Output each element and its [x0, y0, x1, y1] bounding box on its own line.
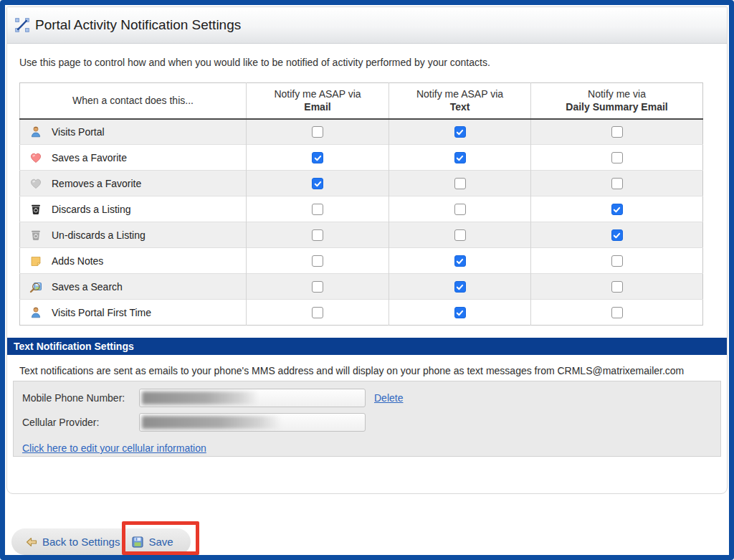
text-checkbox[interactable] [454, 126, 466, 138]
column-header-daily-line2: Daily Summary Email [531, 101, 702, 113]
table-header-row: When a contact does this... Notify me AS… [20, 83, 703, 119]
checkbox-cell [389, 274, 531, 300]
text-notification-description: Text notifications are sent as emails to… [19, 364, 715, 378]
activity-icon [15, 18, 29, 32]
text-checkbox[interactable] [454, 281, 466, 293]
column-header-email-line1: Notify me ASAP via [247, 88, 389, 100]
table-row: Removes a Favorite [20, 171, 703, 196]
daily-summary-checkbox[interactable] [611, 307, 623, 318]
text-checkbox[interactable] [454, 152, 466, 163]
person-icon [29, 306, 42, 319]
daily-summary-checkbox[interactable] [611, 255, 623, 267]
checkbox-cell [531, 119, 703, 145]
table-row: Saves a Search [20, 274, 703, 300]
page-container: Portal Activity Notification Settings Us… [6, 6, 728, 494]
save-label: Save [148, 536, 173, 548]
checkbox-cell [247, 196, 389, 222]
column-header-text-line1: Notify me ASAP via [389, 88, 530, 100]
email-checkbox[interactable] [312, 229, 323, 241]
page-content: Use this page to control how and when yo… [7, 57, 727, 457]
back-to-settings-label: Back to Settings [42, 536, 120, 548]
daily-summary-checkbox[interactable] [611, 126, 623, 138]
action-cell: Un-discards a Listing [20, 222, 247, 248]
email-checkbox[interactable] [312, 178, 323, 189]
daily-summary-checkbox[interactable] [611, 152, 623, 163]
text-checkbox[interactable] [454, 307, 466, 318]
footer-button-group: Back to Settings Save [11, 528, 191, 555]
daily-summary-checkbox[interactable] [611, 281, 623, 293]
table-row: Un-discards a Listing [20, 222, 703, 248]
heart-red-icon [29, 151, 42, 164]
person-icon [29, 125, 42, 138]
save-icon [131, 536, 144, 549]
cellular-provider-input[interactable] [139, 413, 366, 432]
text-checkbox[interactable] [454, 229, 466, 241]
save-button[interactable]: Save [131, 536, 173, 549]
column-header-action: When a contact does this... [20, 83, 247, 119]
checkbox-cell [389, 248, 531, 274]
checkbox-cell [247, 171, 389, 196]
checkbox-cell [389, 196, 531, 222]
column-header-email: Notify me ASAP via Email [247, 83, 389, 119]
column-header-email-line2: Email [247, 101, 389, 113]
window: Portal Activity Notification Settings Us… [0, 0, 734, 560]
delete-link[interactable]: Delete [374, 392, 403, 404]
email-checkbox[interactable] [312, 281, 323, 293]
action-cell: Discards a Listing [20, 196, 247, 222]
email-checkbox[interactable] [312, 255, 323, 267]
column-header-action-label: When a contact does this... [20, 95, 246, 106]
checkbox-cell [531, 300, 703, 326]
action-cell: Visits Portal First Time [20, 300, 247, 326]
table-row: Adds Notes [20, 248, 703, 274]
notification-table: When a contact does this... Notify me AS… [19, 82, 703, 326]
daily-summary-checkbox[interactable] [611, 229, 623, 241]
email-checkbox[interactable] [312, 307, 323, 318]
row-label: Un-discards a Listing [52, 229, 146, 241]
table-row: Discards a Listing [20, 196, 703, 222]
table-row: Visits Portal [20, 119, 703, 145]
email-checkbox[interactable] [312, 152, 323, 163]
trash-black-icon [29, 203, 42, 216]
action-cell: Removes a Favorite [20, 171, 247, 196]
checkbox-cell [389, 222, 531, 248]
row-label: Adds Notes [52, 255, 103, 267]
cellular-provider-row: Cellular Provider: [22, 413, 720, 432]
checkbox-cell [531, 248, 703, 274]
checkbox-cell [247, 119, 389, 145]
back-to-settings-button[interactable]: Back to Settings [25, 536, 120, 549]
row-label: Visits Portal [52, 126, 105, 138]
redacted-value [142, 391, 259, 404]
column-header-daily-summary: Notify me via Daily Summary Email [531, 83, 703, 119]
text-checkbox[interactable] [454, 255, 466, 267]
page-title: Portal Activity Notification Settings [35, 17, 241, 33]
mobile-phone-label: Mobile Phone Number: [22, 392, 139, 404]
checkbox-cell [389, 171, 531, 196]
email-checkbox[interactable] [312, 126, 323, 138]
mobile-phone-input[interactable] [139, 389, 366, 407]
text-checkbox[interactable] [454, 204, 466, 215]
checkbox-cell [531, 196, 703, 222]
footer-bar: Back to Settings Save [5, 495, 729, 551]
column-header-text: Notify me ASAP via Text [389, 83, 531, 119]
edit-cellular-link[interactable]: Click here to edit your cellular informa… [22, 442, 206, 454]
table-row: Visits Portal First Time [20, 300, 703, 326]
daily-summary-checkbox[interactable] [611, 204, 623, 215]
checkbox-cell [247, 248, 389, 274]
cellular-info-panel: Mobile Phone Number: Delete Cellular Pro… [13, 381, 721, 457]
action-cell: Visits Portal [20, 119, 247, 145]
heart-gray-icon [29, 177, 42, 190]
checkbox-cell [247, 145, 389, 171]
intro-text: Use this page to control how and when yo… [19, 57, 727, 68]
row-label: Discards a Listing [52, 204, 131, 215]
text-checkbox[interactable] [454, 178, 466, 189]
checkbox-cell [247, 300, 389, 326]
email-checkbox[interactable] [312, 204, 323, 215]
checkbox-cell [247, 222, 389, 248]
daily-summary-checkbox[interactable] [611, 178, 623, 189]
row-label: Saves a Search [52, 281, 123, 293]
checkbox-cell [389, 300, 531, 326]
section-header-text-notification: Text Notification Settings [7, 338, 727, 355]
checkbox-cell [389, 145, 531, 171]
trash-gray-icon [29, 229, 42, 242]
notification-table-body: Visits PortalSaves a FavoriteRemoves a F… [20, 119, 703, 326]
